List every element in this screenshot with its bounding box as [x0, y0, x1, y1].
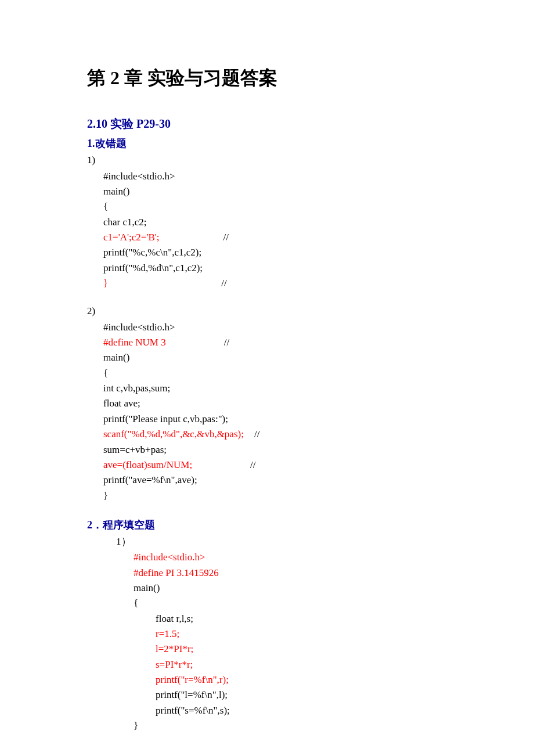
- chapter-title: 第 2 章 实验与习题答案: [87, 64, 447, 92]
- comment-marker: //: [254, 429, 259, 440]
- item-2-number: 2): [87, 304, 447, 319]
- code-line: printf("ave=%f\n",ave);: [103, 473, 447, 488]
- code-block-3: #include<stdio.h> #define PI 3.1415926 m…: [87, 550, 447, 733]
- item-1-number: 1): [87, 153, 447, 168]
- code-line: }: [134, 718, 447, 733]
- code-line: printf("s=%f\n",s);: [134, 703, 447, 718]
- code-line: #define PI 3.1415926: [134, 566, 447, 581]
- code-line: scanf("%d,%d,%d",&c,&vb,&pas);//: [103, 427, 447, 442]
- subsection-1-title: 1.改错题: [87, 136, 447, 152]
- code-block-2: #include<stdio.h> #define NUM 3// main()…: [87, 320, 447, 503]
- section-title: 2.10 实验 P29-30: [87, 115, 447, 132]
- code-line: s=PI*r*r;: [134, 657, 447, 672]
- code-line: printf("l=%f\n",l);: [134, 687, 447, 703]
- code-line: #include<stdio.h>: [134, 550, 447, 565]
- code-line: main(): [103, 184, 447, 199]
- code-line: main(): [103, 350, 447, 365]
- code-line: printf("%c,%c\n",c1,c2);: [103, 245, 447, 260]
- code-corrected: #define NUM 3: [103, 337, 166, 348]
- code-line: char c1,c2;: [103, 215, 447, 230]
- code-line: #define NUM 3//: [103, 335, 447, 350]
- code-line: sum=c+vb+pas;: [103, 442, 447, 458]
- item-3-number: 1）: [87, 534, 447, 549]
- code-line: c1='A';c2='B';//: [103, 230, 447, 245]
- code-line: float ave;: [103, 396, 447, 411]
- comment-marker: //: [250, 459, 255, 470]
- code-line: {: [103, 199, 447, 214]
- code-line: float r,l,s;: [134, 611, 447, 627]
- code-corrected: }: [103, 278, 108, 289]
- code-line: #include<stdio.h>: [103, 320, 447, 335]
- code-line: #include<stdio.h>: [103, 169, 447, 184]
- code-corrected: scanf("%d,%d,%d",&c,&vb,&pas);: [103, 429, 244, 440]
- code-line: }: [103, 488, 447, 503]
- comment-marker: //: [221, 278, 226, 289]
- comment-marker: //: [224, 337, 229, 348]
- code-line: }//: [103, 276, 447, 291]
- code-line: printf("%d,%d\n",c1,c2);: [103, 261, 447, 276]
- code-line: {: [103, 366, 447, 381]
- code-line: main(): [134, 581, 447, 596]
- code-line: ave=(float)sum/NUM;//: [103, 458, 447, 473]
- comment-marker: //: [223, 232, 229, 243]
- code-corrected: ave=(float)sum/NUM;: [103, 459, 192, 470]
- code-line: l=2*PI*r;: [134, 642, 447, 657]
- code-corrected: c1='A';c2='B';: [103, 232, 160, 243]
- code-block-1: #include<stdio.h> main() { char c1,c2; c…: [87, 169, 447, 291]
- code-line: {: [134, 596, 447, 611]
- code-line: printf("Please input c,vb,pas:");: [103, 412, 447, 427]
- code-line: printf("r=%f\n",r);: [134, 672, 447, 687]
- subsection-2-title: 2．程序填空题: [87, 517, 447, 533]
- code-line: int c,vb,pas,sum;: [103, 381, 447, 396]
- code-line: r=1.5;: [134, 627, 447, 642]
